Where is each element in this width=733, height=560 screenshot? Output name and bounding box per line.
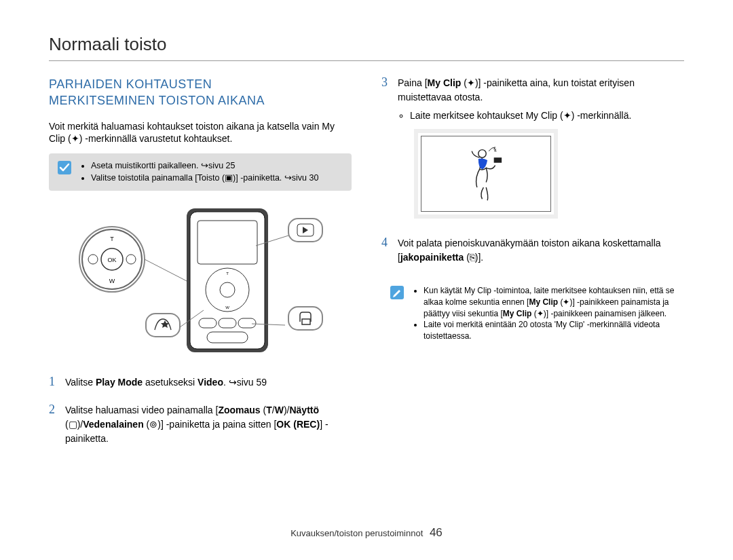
svg-text:W: W <box>225 305 229 310</box>
step-2-text: Valitse haluamasi video painamalla [Zoom… <box>65 403 352 446</box>
step-number: 4 <box>381 236 398 269</box>
footer-section-label: Kuvauksen/toiston perustoiminnot <box>290 528 423 538</box>
step-1-text: Valitse Play Mode asetukseksi Video. ↪si… <box>65 375 352 390</box>
step-3-text: Paina [My Clip (✦)] -painiketta aina, ku… <box>398 76 684 105</box>
device-illustration: OK T W T <box>49 202 352 360</box>
page-number: 46 <box>430 526 443 539</box>
intro-text: Voit merkitä haluamasi kohtaukset toisto… <box>49 120 352 146</box>
note-callout-2: Kun käytät My Clip -toimintoa, laite mer… <box>381 278 684 349</box>
svg-rect-19 <box>238 318 256 328</box>
page-title: Normaali toisto <box>49 34 684 55</box>
step-number: 2 <box>49 403 65 450</box>
divider <box>49 60 684 61</box>
callout-1-item: Aseta muistikortti paikalleen. ↪sivu 25 <box>91 160 318 172</box>
pencil-note-icon <box>390 285 405 304</box>
right-column: 3 Paina [My Clip (✦)] -painiketta aina, … <box>381 76 684 460</box>
step-3-bullet: Laite merkitsee kohtaukset My Clip (✦) -… <box>410 109 684 123</box>
step-1: 1 Valitse Play Mode asetukseksi Video. ↪… <box>49 375 352 394</box>
callout-2-item: Kun käytät My Clip -toimintoa, laite mer… <box>424 285 676 319</box>
step-2: 2 Valitse haluamasi video painamalla [Zo… <box>49 403 352 450</box>
svg-point-14 <box>220 282 235 297</box>
svg-text:T: T <box>226 272 229 276</box>
page-footer: Kuvauksen/toiston perustoiminnot 46 <box>0 526 733 540</box>
section-heading: PARHAIDEN KOHTAUSTEN MERKITSEMINEN TOIST… <box>49 76 352 109</box>
check-icon <box>57 160 72 175</box>
heading-line-1: PARHAIDEN KOHTAUSTEN <box>49 77 212 91</box>
svg-text:OK: OK <box>107 257 116 263</box>
callout-1-item: Valitse toistotila painamalla [Toisto (▣… <box>91 172 318 185</box>
note-callout-1: Aseta muistikortti paikalleen. ↪sivu 25 … <box>49 153 352 191</box>
svg-rect-18 <box>219 318 236 328</box>
step-number: 1 <box>49 375 65 394</box>
step-4-text: Voit palata pienoiskuvanäkymään toiston … <box>398 236 684 265</box>
left-steps: 1 Valitse Play Mode asetukseksi Video. ↪… <box>49 375 352 450</box>
step-number: 3 <box>381 76 398 227</box>
callout-2-item: Laite voi merkitä enintään 20 otosta 'My… <box>424 319 676 342</box>
left-column: PARHAIDEN KOHTAUSTEN MERKITSEMINEN TOIST… <box>49 76 352 460</box>
svg-rect-20 <box>207 332 248 343</box>
svg-text:W: W <box>109 278 115 284</box>
svg-rect-26 <box>288 307 322 330</box>
svg-rect-17 <box>199 318 217 328</box>
step-4: 4 Voit palata pienoiskuvanäkymään toisto… <box>381 236 684 269</box>
screenshot-thumbnail <box>414 129 558 219</box>
svg-point-30 <box>478 150 486 157</box>
heading-line-2: MERKITSEMINEN TOISTON AIKANA <box>49 94 265 107</box>
svg-line-9 <box>145 259 188 282</box>
svg-text:T: T <box>110 236 114 242</box>
svg-rect-31 <box>493 157 501 163</box>
right-steps: 3 Paina [My Clip (✦)] -painiketta aina, … <box>381 76 684 269</box>
step-3: 3 Paina [My Clip (✦)] -painiketta aina, … <box>381 76 684 227</box>
callout-1-list: Aseta muistikortti paikalleen. ↪sivu 25 … <box>80 160 318 184</box>
two-column-layout: PARHAIDEN KOHTAUSTEN MERKITSEMINEN TOIST… <box>49 76 684 460</box>
svg-rect-12 <box>198 221 257 264</box>
page: Normaali toisto PARHAIDEN KOHTAUSTEN MER… <box>0 0 733 487</box>
callout-2-list: Kun käytät My Clip -toimintoa, laite mer… <box>413 285 676 342</box>
